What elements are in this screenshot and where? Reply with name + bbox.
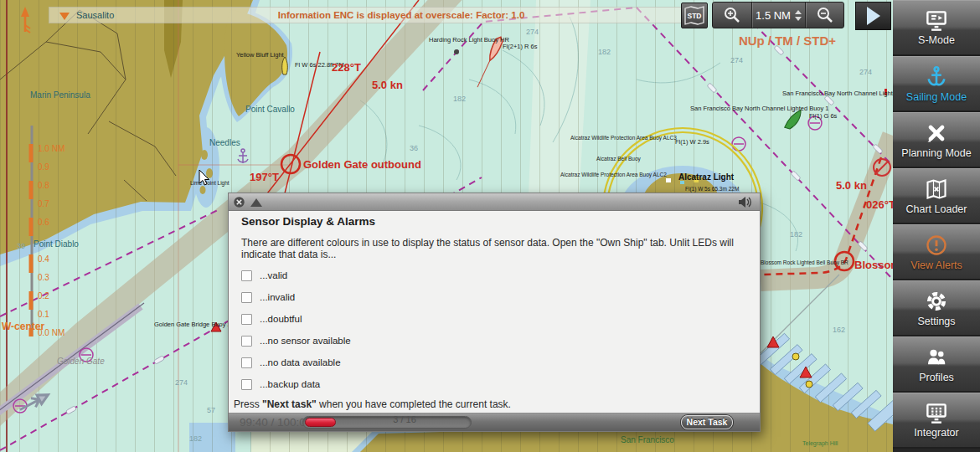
checkbox-backup[interactable] — [241, 379, 252, 390]
dialog-titlebar[interactable] — [229, 193, 760, 211]
checkbox-no-data[interactable] — [241, 357, 252, 368]
option-row: ...backup data — [241, 378, 320, 391]
svg-text:San Francisco Bay North Channe: San Francisco Bay North Channel Lighted … — [782, 90, 893, 97]
svg-text:36: 36 — [410, 144, 418, 152]
svg-text:Fl(2+1) R 6s: Fl(2+1) R 6s — [503, 43, 538, 50]
svg-text:Fl(1) W 2.9s: Fl(1) W 2.9s — [675, 138, 709, 146]
range-scale-selector[interactable]: 1.5 NM — [752, 3, 806, 28]
svg-text:Golden Gate Bridge Buoy 2: Golden Gate Bridge Buoy 2 — [154, 321, 231, 328]
checkbox-no-sensor[interactable] — [241, 336, 252, 347]
monitor-arrow-icon — [924, 10, 949, 32]
checkbox-valid[interactable] — [241, 270, 252, 281]
scale-tick: 1.0 NM — [38, 144, 64, 153]
option-label: ...doubtful — [260, 314, 302, 324]
svg-text:Telegraph Hill: Telegraph Hill — [802, 440, 838, 447]
svg-text:57: 57 — [207, 406, 215, 414]
svg-text:Alcatraz Wildlife Protection A: Alcatraz Wildlife Protection Area Buoy A… — [570, 135, 677, 141]
dialog-title: Sensor Display & Alarms — [241, 215, 375, 228]
sidebar-item-label: Settings — [917, 316, 955, 327]
sidebar-item-profiles[interactable]: Profiles — [893, 336, 980, 393]
spinner-down-icon — [795, 17, 802, 21]
svg-text:Golden Gate: Golden Gate — [57, 357, 105, 366]
svg-text:Alcatraz Bell Buoy: Alcatraz Bell Buoy — [596, 156, 641, 162]
svg-text:Fl(1) G 6s: Fl(1) G 6s — [809, 112, 838, 120]
svg-text:Marin Peninsula: Marin Peninsula — [30, 90, 90, 100]
sidebar-item-view-alerts[interactable]: View Alerts — [893, 224, 980, 280]
sidebar-item-chart-loader[interactable]: Chart Loader — [893, 168, 980, 224]
sidebar-item-settings[interactable]: Settings — [893, 280, 980, 336]
monitor-grid-icon — [924, 403, 949, 424]
svg-text:Blossom Rock Lighted Bell Buoy: Blossom Rock Lighted Bell Buoy BR — [761, 259, 848, 266]
svg-text:Blossom Rock: Blossom Rock — [854, 259, 893, 271]
svg-text:Alcatraz Wildlife Protection A: Alcatraz Wildlife Protection Area Buoy A… — [560, 172, 667, 178]
std-display-button[interactable]: STD — [681, 3, 708, 28]
ecdis-application: 1.0 NM 0.9 0.8 0.7 0.6 0.4 0.3 0.2 0.1 0… — [0, 0, 980, 452]
svg-text:274: 274 — [175, 378, 188, 387]
checkbox-doubtful[interactable] — [241, 314, 252, 325]
scale-tick: 0.4 — [38, 254, 49, 264]
svg-text:182: 182 — [189, 434, 202, 443]
play-arrow-icon — [867, 7, 880, 25]
zoom-controls: 1.5 NM — [712, 2, 844, 28]
option-label: ...no data available — [260, 357, 341, 367]
zoom-out-icon — [816, 6, 834, 24]
crossed-tools-icon — [925, 121, 948, 145]
sidebar-item-label: Planning Mode — [901, 147, 971, 159]
svg-text:Point Cavallo: Point Cavallo — [245, 105, 295, 114]
scale-tick: 0.8 — [38, 181, 49, 190]
task-progress-fill — [305, 418, 336, 427]
svg-text:Alcatraz Light: Alcatraz Light — [678, 172, 735, 182]
svg-text:Point Diablo: Point Diablo — [34, 239, 79, 249]
zoom-out-button[interactable] — [806, 3, 843, 28]
sidebar-item-integrator[interactable]: Integrator — [893, 393, 980, 449]
spinner-up-icon — [795, 10, 802, 14]
svg-text:Lime Point Light: Lime Point Light — [190, 180, 230, 187]
speaker-icon[interactable] — [738, 196, 753, 208]
option-row: ...no sensor available — [241, 334, 351, 347]
users-icon — [925, 346, 948, 369]
alert-icon — [925, 234, 948, 257]
sidebar-item-label: Chart Loader — [906, 203, 967, 215]
svg-text:Needles: Needles — [209, 138, 240, 147]
svg-text:162: 162 — [833, 326, 845, 334]
sidebar-item-sailing-mode[interactable]: Sailing Mode — [893, 56, 980, 112]
std-label: STD — [688, 12, 702, 20]
scale-tick: 0.6 — [38, 218, 49, 227]
scale-tick: 0.1 — [38, 310, 49, 319]
sidebar-item-s-mode[interactable]: S-Mode — [893, 0, 980, 56]
svg-text:Yellow Bluff Light: Yellow Bluff Light — [236, 51, 285, 59]
anchor-icon — [925, 65, 948, 89]
next-task-button[interactable]: Next Task — [681, 415, 733, 429]
svg-text:39: 39 — [17, 242, 25, 250]
map-wrench-icon — [925, 177, 948, 201]
option-row: ...no data available — [241, 356, 341, 369]
overscale-warning: Information ENC is displayed at overscal… — [259, 10, 544, 20]
option-label: ...no sensor available — [260, 336, 351, 346]
dialog-footer: 99:40 / 100:00 3 / 16 Next Task — [229, 413, 760, 431]
place-marker-icon — [59, 13, 70, 20]
checkbox-invalid[interactable] — [241, 292, 252, 303]
range-spinner[interactable] — [795, 10, 802, 21]
svg-text:274: 274 — [730, 56, 743, 64]
svg-text:197°T: 197°T — [250, 171, 279, 183]
option-row: ...valid — [241, 269, 287, 282]
expand-toolbar-button[interactable] — [855, 2, 891, 30]
gear-icon — [925, 290, 948, 313]
chart-info-bar: Sausalito Information ENC is displayed a… — [49, 7, 690, 23]
orientation-mode-label[interactable]: NUp / TM / STD+ — [722, 33, 853, 48]
collapse-icon[interactable] — [250, 198, 262, 207]
press-instruction: Press "Next task" when you have complete… — [234, 398, 511, 410]
dialog-instructions: There are different colours in use to di… — [241, 237, 744, 260]
scale-tick: 0.3 — [38, 273, 49, 282]
svg-text:274: 274 — [526, 28, 539, 36]
scale-tick: 0.2 — [38, 291, 49, 300]
option-label: ...valid — [260, 270, 287, 280]
svg-text:5.0 kn: 5.0 kn — [836, 179, 867, 192]
svg-text:182: 182 — [598, 48, 611, 56]
zoom-in-button[interactable] — [713, 3, 751, 28]
svg-text:W-center: W-center — [2, 321, 44, 332]
close-icon[interactable] — [234, 197, 245, 208]
svg-text:Fl(1) W 5s 65.3m 22M: Fl(1) W 5s 65.3m 22M — [685, 186, 739, 193]
sidebar-item-planning-mode[interactable]: Planning Mode — [893, 112, 980, 168]
sidebar-item-label: Integrator — [914, 427, 959, 439]
